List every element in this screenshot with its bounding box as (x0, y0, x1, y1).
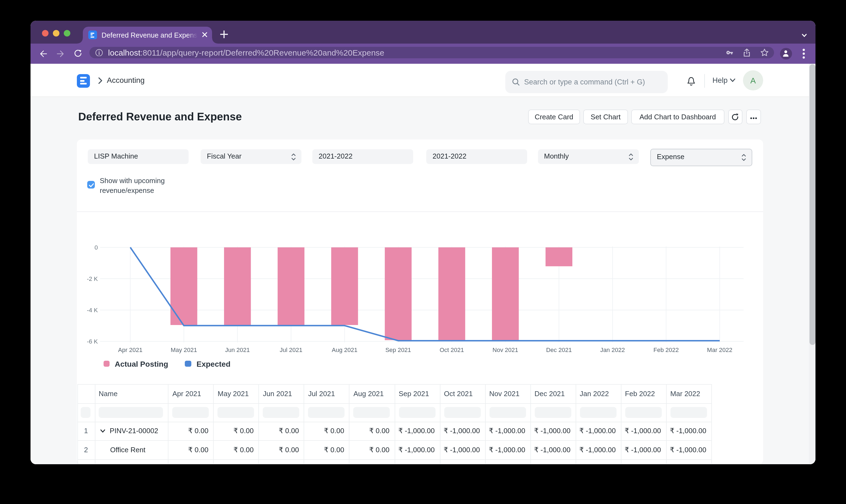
svg-text:0: 0 (94, 244, 98, 251)
svg-text:-4 K: -4 K (87, 307, 98, 313)
svg-text:Nov 2021: Nov 2021 (492, 346, 518, 353)
svg-text:Oct 2021: Oct 2021 (439, 346, 464, 353)
svg-text:Sep 2021: Sep 2021 (385, 346, 411, 353)
svg-text:Jul 2021: Jul 2021 (279, 346, 302, 353)
svg-text:Mar 2022: Mar 2022 (707, 346, 732, 353)
svg-text:Jan 2022: Jan 2022 (600, 346, 625, 353)
svg-text:Aug 2021: Aug 2021 (331, 346, 357, 353)
svg-text:Feb 2022: Feb 2022 (653, 346, 678, 353)
svg-text:Jun 2021: Jun 2021 (225, 346, 250, 353)
svg-text:Dec 2021: Dec 2021 (546, 346, 571, 353)
svg-text:-6 K: -6 K (87, 338, 98, 345)
svg-text:-2 K: -2 K (87, 275, 98, 282)
svg-text:May 2021: May 2021 (170, 346, 197, 353)
svg-text:Apr 2021: Apr 2021 (118, 346, 142, 353)
